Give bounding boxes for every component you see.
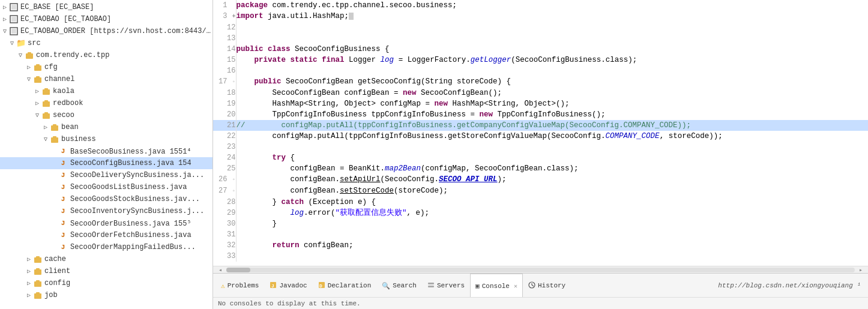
code-row: 32 return configBean; (213, 240, 868, 251)
line-number: 12 (213, 22, 236, 33)
sidebar-item-job[interactable]: ▷ job (0, 289, 212, 301)
package-icon (32, 74, 43, 84)
code-row: 19 HashMap<String, Object> configMap = n… (213, 98, 868, 109)
package-icon (49, 122, 60, 132)
sidebar-item-channel[interactable]: ▽ channel (0, 73, 212, 85)
code-content: TppConfigInfoBusiness tppConfigInfoBusin… (236, 109, 868, 120)
expand-arrow: ▷ (25, 292, 32, 299)
sidebar-label: EC_BASE [EC_BASE] (20, 3, 212, 11)
sidebar-item-ec-taobao[interactable]: ▷ EC_TAOBAO [EC_TAOBAO] (0, 13, 212, 25)
sidebar-label: SecooOrderMappingFailedBus... (70, 243, 212, 251)
line-number: 32 (213, 240, 236, 251)
code-row: 1 package com.trendy.ec.tpp.channel.seco… (213, 0, 868, 11)
line-number: 14 (213, 44, 236, 55)
code-content: } catch (Exception e) { (236, 197, 868, 208)
code-content: HashMap<String, Object> configMap = new … (236, 98, 868, 109)
scroll-left-btn[interactable]: ◂ (214, 266, 226, 274)
sidebar-item-ec-taobao-order[interactable]: ▽ EC_TAOBAO_ORDER [https://svn.host.com:… (0, 25, 212, 37)
svg-rect-34 (428, 283, 434, 284)
sidebar-item-secoo-goods-stock[interactable]: J SecooGoodsStockBusiness.jav... (0, 193, 212, 205)
sidebar-item-kaola[interactable]: ▷ kaola (0, 85, 212, 97)
code-row: 21 // configMap.putAll(tppConfigInfoBusi… (213, 120, 868, 131)
sidebar-item-cfg[interactable]: ▷ cfg (0, 61, 212, 73)
code-table: 1 package com.trendy.ec.tpp.channel.seco… (213, 0, 868, 262)
package-icon (32, 62, 43, 72)
svg-rect-15 (44, 100, 48, 103)
code-content: private static final Logger log = Logger… (236, 55, 868, 65)
sidebar-item-secoo-config[interactable]: J SecooConfigBusiness.java 154 (0, 157, 212, 169)
line-number: 3+ (213, 11, 236, 22)
tab-label-problems: Problems (228, 282, 259, 289)
svg-rect-13 (44, 88, 48, 91)
sidebar-label: SecooOrderBusiness.java 155⁵ (70, 219, 212, 228)
expand-arrow: ▷ (34, 100, 41, 107)
folder-icon: 📁 (16, 38, 26, 48)
code-row: 3+ import java.util.HashMap; (213, 11, 868, 22)
code-content (236, 142, 868, 152)
sidebar-item-secoo-inventory[interactable]: J SecooInventorySyncBusiness.j... (0, 205, 212, 217)
tab-search[interactable]: 🔍 Search (376, 274, 422, 297)
java-file-icon: J (58, 146, 68, 156)
project-icon (8, 2, 19, 12)
code-editor[interactable]: 1 package com.trendy.ec.tpp.channel.seco… (213, 0, 868, 266)
line-number: 21 (213, 120, 236, 131)
svg-rect-29 (36, 292, 40, 295)
sidebar-label: EC_TAOBAO_ORDER [https://svn.host.com:84… (20, 27, 212, 35)
code-row: 22 configMap.putAll(tppConfigInfoBusines… (213, 131, 868, 142)
code-row: 18 SecooConfigBean configBean = new Seco… (213, 88, 868, 98)
tab-servers[interactable]: Servers (422, 274, 470, 297)
bottom-tabs: ⚠ Problems J Javadoc D Declaration 🔍 Sea… (213, 273, 868, 297)
console-close-btn[interactable]: ✕ (514, 283, 517, 290)
scroll-thumb[interactable] (226, 268, 250, 272)
svg-rect-7 (28, 52, 31, 55)
svg-rect-35 (428, 286, 434, 287)
svg-text:D: D (319, 283, 322, 289)
tab-label-declaration: Declaration (328, 282, 372, 289)
sidebar-label: secoo (53, 111, 212, 119)
line-number: 23 (213, 142, 236, 152)
sidebar-item-base-secoo[interactable]: J BaseSecooBusiness.java 1551⁴ (0, 145, 212, 157)
sidebar-item-cache[interactable]: ▷ cache (0, 253, 212, 265)
horizontal-scrollbar[interactable]: ◂ ▸ (213, 266, 868, 273)
svg-rect-3 (11, 17, 16, 22)
expand-arrow: ▷ (1, 4, 8, 11)
sidebar-item-config[interactable]: ▷ config (0, 277, 212, 289)
sidebar-label: src (28, 39, 212, 47)
tab-javadoc[interactable]: J Javadoc (264, 274, 312, 297)
sidebar-label: SecooGoodsStockBusiness.jav... (70, 195, 212, 203)
sidebar-item-redbook[interactable]: ▷ redbook (0, 97, 212, 109)
code-content: package com.trendy.ec.tpp.channel.secoo.… (236, 0, 868, 11)
package-icon (32, 254, 43, 264)
tab-problems[interactable]: ⚠ Problems (215, 274, 264, 297)
sidebar-item-src[interactable]: ▽ 📁 src (0, 37, 212, 49)
sidebar-item-secoo[interactable]: ▽ secoo (0, 109, 212, 121)
project-icon (8, 26, 19, 36)
package-icon (32, 266, 43, 276)
sidebar-item-client[interactable]: ▷ client (0, 265, 212, 277)
code-row: 17◦ public SecooConfigBean getSecooConfi… (213, 76, 868, 88)
tab-console[interactable]: ▣ Console ✕ (470, 274, 523, 298)
sidebar-item-secoo-order-fetch[interactable]: J SecooOrderFetchBusiness.java (0, 229, 212, 241)
line-number: 20 (213, 109, 236, 120)
line-number: 33 (213, 251, 236, 262)
tab-history[interactable]: History (523, 274, 571, 297)
tab-label-servers: Servers (437, 282, 465, 289)
sidebar-item-secoo-goods-list[interactable]: J SecooGoodsListBusiness.java (0, 181, 212, 193)
tab-declaration[interactable]: D Declaration (313, 274, 377, 297)
code-content: public SecooConfigBean getSecooConfig(St… (236, 76, 868, 88)
sidebar-label: EC_TAOBAO [EC_TAOBAO] (20, 15, 212, 23)
sidebar-item-secoo-order[interactable]: J SecooOrderBusiness.java 155⁵ (0, 217, 212, 229)
java-file-icon: J (58, 206, 68, 216)
sidebar-item-bean[interactable]: ▷ bean (0, 121, 212, 133)
sidebar-label: kaola (53, 87, 212, 95)
sidebar-item-secoo-order-mapping[interactable]: J SecooOrderMappingFailedBus... (0, 241, 212, 253)
line-number: 30 (213, 218, 236, 229)
code-content: configBean.setStoreCode(storeCode); (236, 185, 868, 197)
sidebar-item-business[interactable]: ▽ business (0, 133, 212, 145)
sidebar-item-package-root[interactable]: ▽ com.trendy.ec.tpp (0, 49, 212, 61)
sidebar-item-secoo-delivery[interactable]: J SecooDeliverySyncBusiness.ja... (0, 169, 212, 181)
scroll-right-btn[interactable]: ▸ (855, 266, 867, 274)
sidebar-label: channel (44, 75, 212, 83)
sidebar-item-ec-base[interactable]: ▷ EC_BASE [EC_BASE] (0, 1, 212, 13)
sidebar-label: SecooInventorySyncBusiness.j... (70, 207, 212, 215)
